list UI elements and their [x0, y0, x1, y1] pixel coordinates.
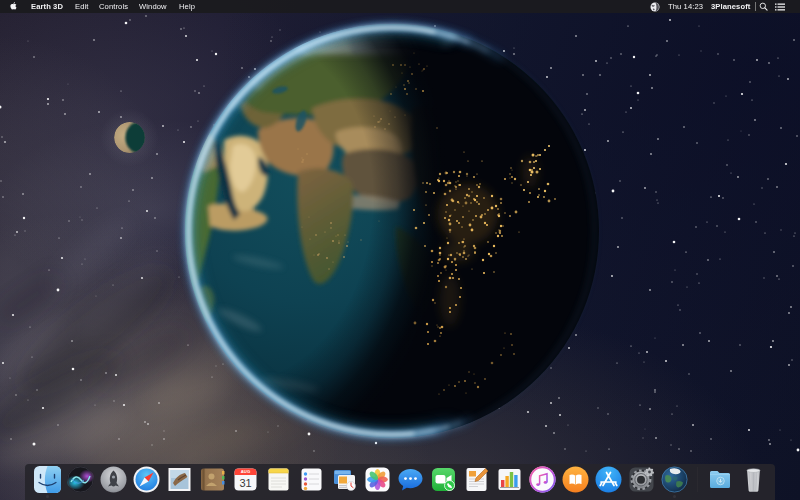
- svg-text:AUG: AUG: [240, 469, 249, 474]
- svg-text:31: 31: [239, 477, 251, 489]
